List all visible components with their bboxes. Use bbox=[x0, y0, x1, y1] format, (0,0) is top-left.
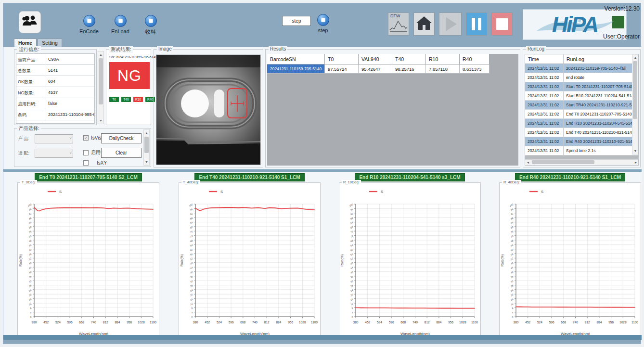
results-data-row[interactable]: 20241231-110159-705-514097.5572495.42647… bbox=[267, 64, 489, 74]
stop-button[interactable] bbox=[491, 13, 513, 36]
svg-text:92: 92 bbox=[28, 212, 32, 216]
results-cell[interactable]: 97.55724 bbox=[325, 64, 359, 74]
result-badges: T0T40R10R40 bbox=[109, 97, 155, 102]
scroll-right-icon[interactable]: ► bbox=[633, 160, 639, 165]
run-info-vscrollbar[interactable]: ▲ ▼ bbox=[98, 51, 104, 124]
runlog-row[interactable]: 2024/12/31 11:02End R10 20241231-110204-… bbox=[525, 119, 638, 128]
enload-button[interactable]: EnLoad bbox=[105, 15, 136, 34]
svg-text:72: 72 bbox=[28, 234, 32, 238]
results-cell[interactable]: 98.25716 bbox=[392, 64, 426, 74]
pause-button[interactable] bbox=[466, 13, 487, 36]
runlog-title: RunLog bbox=[526, 46, 546, 51]
product-dropdown[interactable]: ˅ bbox=[35, 134, 73, 143]
run-info-row[interactable]: 条码20241231-110104-985-0 bbox=[16, 109, 94, 120]
svg-text:524: 524 bbox=[537, 321, 542, 324]
scroll-down-icon[interactable]: ▼ bbox=[98, 117, 103, 124]
runlog-row[interactable]: 2024/12/31 11:02End T40 20241231-110210-… bbox=[525, 128, 638, 137]
dtw-button[interactable]: DTW bbox=[388, 13, 409, 36]
results-column-header[interactable]: T40 bbox=[392, 54, 426, 64]
results-cell[interactable]: 20241231-110159-705-5140 bbox=[267, 64, 325, 74]
svg-text:32: 32 bbox=[190, 280, 193, 283]
clear-button[interactable]: Clear bbox=[101, 148, 142, 158]
results-column-header[interactable]: T0 bbox=[325, 54, 359, 64]
results-column-header[interactable]: BarcodeSN bbox=[267, 54, 325, 64]
runlog-row[interactable]: 2024/12/31 11:02Start R10 20241231-11020… bbox=[525, 91, 638, 101]
runlog-row[interactable]: 2024/12/31 11:02end rotate bbox=[525, 73, 638, 82]
isvision-checkbox[interactable]: ✓ bbox=[83, 135, 89, 141]
svg-text:956: 956 bbox=[288, 321, 293, 324]
svg-text:740: 740 bbox=[252, 321, 258, 324]
runlog-row[interactable]: 2024/12/31 11:02End R40 20241231-110210-… bbox=[525, 137, 638, 146]
scan-enable-checkbox[interactable] bbox=[83, 150, 89, 155]
scroll-down-icon[interactable]: ▼ bbox=[632, 148, 638, 154]
runlog-row[interactable]: 2024/12/31 11:0220241231-110159-705-5140… bbox=[525, 64, 638, 73]
svg-text:76: 76 bbox=[190, 230, 193, 234]
chart-title-badge: End R40 20241231-110210-921-5140 S1_LCM bbox=[515, 173, 625, 181]
results-column-header[interactable]: R10 bbox=[426, 54, 460, 64]
runlog-time-cell: 2024/12/31 11:02 bbox=[525, 101, 564, 109]
dtw-chart-icon: DTW bbox=[389, 13, 408, 36]
svg-text:64: 64 bbox=[28, 244, 32, 247]
svg-text:596: 596 bbox=[549, 321, 554, 324]
run-info-row-value: 604 bbox=[46, 76, 94, 87]
results-title: Results bbox=[269, 46, 287, 51]
svg-text:56: 56 bbox=[28, 252, 32, 256]
svg-text:8: 8 bbox=[191, 307, 193, 310]
app-screen: EnCode EnLoad 收料 step DTW bbox=[0, 0, 644, 347]
encode-button[interactable]: EnCode bbox=[74, 15, 104, 34]
scroll-down-icon[interactable]: ▼ bbox=[144, 159, 149, 165]
svg-text:36: 36 bbox=[350, 275, 354, 279]
svg-text:76: 76 bbox=[350, 230, 354, 234]
chart-panel: R_10Deg:04812162024283236404448525660646… bbox=[339, 182, 481, 337]
isxy-checkbox[interactable] bbox=[83, 160, 89, 166]
chart-title-badge: End R10 20241231-110204-541-5140 s3_LCM bbox=[355, 173, 464, 181]
unload-button[interactable]: 收料 bbox=[135, 15, 166, 36]
step-input[interactable] bbox=[282, 16, 311, 26]
runlog-hscrollbar[interactable]: ◄ ► bbox=[525, 159, 639, 165]
run-info-row[interactable]: 启用扫码:false bbox=[16, 98, 94, 109]
svg-text:32: 32 bbox=[28, 280, 32, 283]
runlog-row[interactable]: 2024/12/31 11:02End T0 20241231-110207-7… bbox=[525, 110, 638, 119]
svg-text:48: 48 bbox=[190, 261, 193, 265]
results-cell[interactable]: 95.42647 bbox=[359, 64, 392, 74]
run-info-row[interactable]: NG数量:4537 bbox=[16, 87, 94, 98]
results-column-header[interactable]: VAL940 bbox=[359, 54, 392, 64]
svg-text:88: 88 bbox=[190, 217, 193, 220]
scroll-left-icon[interactable]: ◄ bbox=[525, 160, 531, 165]
svg-text:740: 740 bbox=[573, 321, 578, 324]
run-info-row-label: 总数量: bbox=[16, 65, 46, 76]
runlog-log-header[interactable]: RunLog bbox=[564, 54, 638, 64]
svg-text:812: 812 bbox=[585, 321, 590, 324]
home-button[interactable] bbox=[413, 13, 435, 36]
results-column-header[interactable]: R40 bbox=[460, 54, 489, 64]
results-cell[interactable]: 8.631373 bbox=[460, 64, 489, 74]
product-select-vscrollbar[interactable]: ▲ ▼ bbox=[143, 129, 150, 166]
runlog-row[interactable]: 2024/12/31 11:02Spend time 2.1s bbox=[525, 146, 638, 155]
svg-text:380: 380 bbox=[353, 321, 359, 324]
results-cell[interactable]: 7.857118 bbox=[426, 64, 460, 74]
runlog-text-cell: Start TR40 20241231-110210-921-5140 bbox=[564, 101, 638, 109]
user-group-icon bbox=[22, 14, 38, 30]
svg-text:1028: 1028 bbox=[619, 321, 627, 324]
runlog-row[interactable]: 2024/12/31 11:02Start TR40 20241231-1102… bbox=[525, 101, 638, 110]
svg-text:92: 92 bbox=[190, 212, 193, 216]
run-info-row[interactable]: 当前产品:C90A bbox=[16, 54, 94, 65]
chart-panel: R_40Deg:04812162024283236404448525660646… bbox=[499, 182, 641, 337]
play-button[interactable] bbox=[439, 13, 462, 36]
scroll-up-icon[interactable]: ▲ bbox=[98, 51, 103, 58]
adapt-dropdown[interactable]: ˅ bbox=[35, 149, 73, 158]
run-info-row[interactable]: 总数量:5141 bbox=[16, 65, 94, 76]
scroll-up-icon[interactable]: ▲ bbox=[144, 130, 149, 136]
svg-text:36: 36 bbox=[28, 275, 32, 279]
section-splitter[interactable] bbox=[3, 169, 642, 172]
scroll-up-icon[interactable]: ▲ bbox=[632, 54, 638, 61]
runlog-row[interactable]: 2024/12/31 11:02Start T0 20241231-110207… bbox=[525, 82, 638, 91]
dailycheck-button[interactable]: DailyCheck bbox=[101, 133, 142, 143]
tab-setting[interactable]: Setting bbox=[38, 39, 62, 47]
user-button[interactable] bbox=[19, 11, 41, 33]
runlog-time-header[interactable]: Time bbox=[525, 54, 564, 64]
sn-value: 20241231-110159-705-5140 bbox=[116, 55, 157, 59]
run-info-row[interactable]: OK数量:604 bbox=[16, 76, 94, 87]
runlog-vscrollbar[interactable]: ▲ ▼ bbox=[632, 54, 638, 154]
step-button[interactable]: step bbox=[311, 14, 335, 33]
